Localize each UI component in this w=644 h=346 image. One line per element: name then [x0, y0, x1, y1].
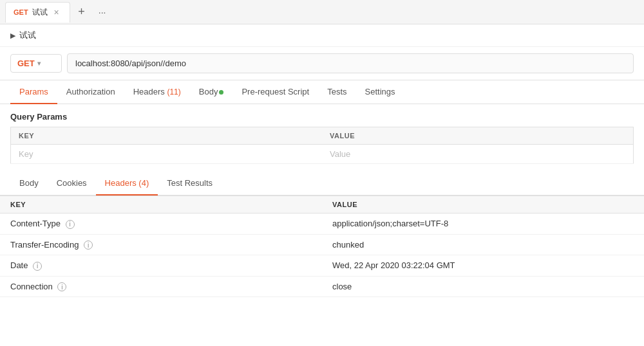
- res-tab-testresults-label: Test Results: [167, 178, 213, 188]
- params-key-header: KEY: [11, 127, 323, 145]
- request-tab[interactable]: GET 试试 ×: [5, 2, 70, 23]
- res-key-header: KEY: [0, 196, 322, 214]
- res-value-cell: close: [322, 276, 644, 297]
- query-params-title: Query Params: [10, 112, 634, 122]
- tab-params-label: Params: [19, 87, 48, 96]
- res-tab-cookies[interactable]: Cookies: [48, 172, 96, 196]
- tab-prerequest-label: Pre-request Script: [242, 87, 309, 96]
- res-key-cell: Transfer-Encoding i: [0, 234, 322, 255]
- res-tab-cookies-label: Cookies: [57, 178, 87, 188]
- res-tab-testresults[interactable]: Test Results: [158, 172, 222, 196]
- params-value-cell[interactable]: Value: [322, 145, 634, 164]
- res-header-row: Transfer-Encoding i chunked: [0, 234, 644, 255]
- info-icon[interactable]: i: [57, 282, 66, 291]
- info-icon[interactable]: i: [84, 241, 93, 250]
- tab-body[interactable]: Body: [190, 80, 233, 104]
- params-value-header: VALUE: [322, 127, 634, 145]
- breadcrumb: ▶ 试试: [0, 24, 644, 47]
- params-key-cell[interactable]: Key: [11, 145, 323, 164]
- res-header-row: Content-Type i application/json;charset=…: [0, 214, 644, 235]
- tab-settings[interactable]: Settings: [356, 80, 404, 104]
- res-value-header: VALUE: [322, 196, 644, 214]
- res-value-cell: chunked: [322, 234, 644, 255]
- body-active-dot: [219, 90, 223, 95]
- res-value-cell: Wed, 22 Apr 2020 03:22:04 GMT: [322, 255, 644, 277]
- url-bar: GET ▾: [0, 47, 644, 80]
- tab-bar: GET 试试 × + ···: [0, 0, 644, 24]
- res-key-cell: Content-Type i: [0, 214, 322, 235]
- query-params-section: Query Params KEY VALUE Key Value: [0, 104, 644, 167]
- tab-authorization-label: Authorization: [66, 87, 115, 96]
- tab-prerequest[interactable]: Pre-request Script: [232, 80, 318, 104]
- tab-method-badge: GET: [14, 8, 28, 16]
- info-icon[interactable]: i: [33, 262, 42, 271]
- tab-tests[interactable]: Tests: [318, 80, 355, 104]
- url-input[interactable]: [67, 53, 634, 73]
- breadcrumb-label: 试试: [19, 30, 36, 41]
- tab-tests-label: Tests: [327, 87, 346, 96]
- params-row-empty: Key Value: [11, 145, 634, 164]
- request-tabs: Params Authorization Headers (11) Body P…: [0, 80, 644, 104]
- headers-badge: (11): [167, 87, 180, 96]
- res-tab-headers[interactable]: Headers (4): [96, 172, 158, 196]
- tab-params[interactable]: Params: [10, 80, 57, 104]
- tab-authorization[interactable]: Authorization: [57, 80, 124, 104]
- method-select[interactable]: GET ▾: [10, 54, 62, 73]
- info-icon[interactable]: i: [66, 220, 75, 229]
- tab-close-button[interactable]: ×: [52, 7, 62, 17]
- response-tabs: Body Cookies Headers (4) Test Results: [0, 172, 644, 196]
- tab-headers-label: Headers (11): [133, 87, 181, 96]
- res-header-row: Connection i close: [0, 276, 644, 297]
- params-key-placeholder: Key: [19, 149, 33, 159]
- tab-settings-label: Settings: [365, 87, 395, 96]
- new-tab-button[interactable]: +: [73, 3, 91, 21]
- tab-name: 试试: [32, 7, 48, 18]
- method-dropdown-arrow-icon: ▾: [37, 60, 41, 67]
- params-value-placeholder: Value: [330, 149, 350, 159]
- res-tab-headers-label: Headers (4): [105, 178, 149, 188]
- tab-body-label: Body: [199, 87, 218, 96]
- res-value-cell: application/json;charset=UTF-8: [322, 214, 644, 235]
- res-tab-body-label: Body: [19, 178, 39, 188]
- breadcrumb-arrow-icon: ▶: [10, 32, 15, 40]
- res-key-cell: Connection i: [0, 276, 322, 297]
- response-headers-table: KEY VALUE Content-Type i application/jso…: [0, 196, 644, 297]
- query-params-table: KEY VALUE Key Value: [10, 127, 634, 164]
- res-tab-body[interactable]: Body: [10, 172, 48, 196]
- res-header-row: Date i Wed, 22 Apr 2020 03:22:04 GMT: [0, 255, 644, 277]
- method-label: GET: [17, 59, 35, 68]
- tab-headers[interactable]: Headers (11): [124, 80, 190, 104]
- res-key-cell: Date i: [0, 255, 322, 277]
- more-tabs-button[interactable]: ···: [93, 3, 111, 21]
